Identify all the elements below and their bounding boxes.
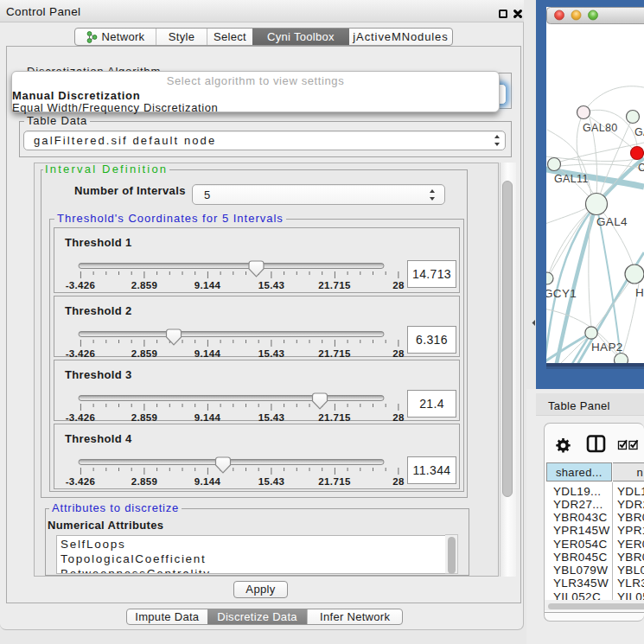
svg-text:GAL2: GAL2 xyxy=(634,126,644,138)
svg-text:GAL80: GAL80 xyxy=(583,122,618,134)
svg-text:GCY1: GCY1 xyxy=(544,287,577,300)
svg-text:C: C xyxy=(638,162,644,174)
svg-text:GAL11: GAL11 xyxy=(554,173,589,185)
svg-text:GAL4: GAL4 xyxy=(596,215,628,228)
svg-text:HAP2: HAP2 xyxy=(591,341,623,354)
svg-text:H: H xyxy=(635,286,644,299)
